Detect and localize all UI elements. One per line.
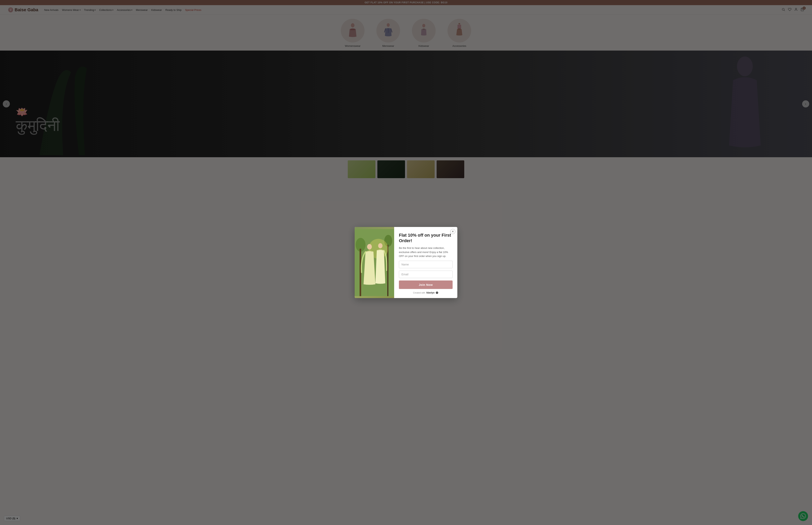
popup-overlay[interactable]: ✕ Flat 10% off on your First Order! Be t…: [0, 0, 812, 181]
